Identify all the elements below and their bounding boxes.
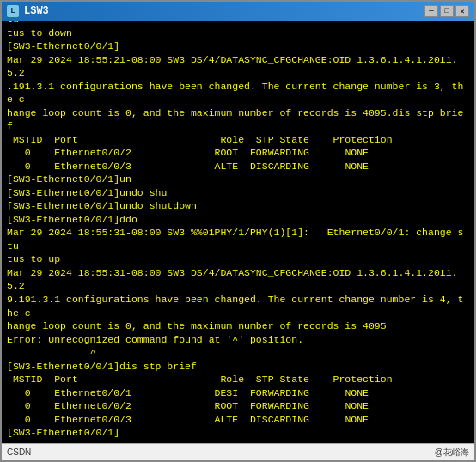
close-button[interactable]: ✕: [455, 5, 469, 17]
minimize-button[interactable]: —: [424, 5, 438, 17]
terminal-line: .191.3.1 configurations have been change…: [7, 80, 469, 106]
terminal-line: 0 Ethernet0/0/3 ALTE DISCARDING NONE: [7, 413, 469, 427]
title-bar-left: L LSW3: [7, 5, 49, 17]
terminal-line: Error: Unrecognized command found at '^'…: [7, 333, 469, 347]
terminal-line: MSTID Port Role STP State Protection: [7, 373, 469, 386]
title-bar: L LSW3 — □ ✕: [2, 2, 474, 21]
terminal-line: [SW3-Ethernet0/0/1]un: [7, 173, 469, 186]
terminal-line: ^: [7, 346, 469, 360]
terminal-line: [SW3-Ethernet0/0/1]: [7, 40, 469, 53]
app-icon: L: [7, 5, 19, 17]
terminal-line: [SW3-Ethernet0/0/1]ddo: [7, 213, 469, 227]
terminal-line: Mar 29 2024 18:55:31-08:00 SW3 DS/4/DATA…: [7, 266, 469, 293]
terminal-line: MSTID Port Role STP State Protection: [7, 133, 469, 147]
window-title: LSW3: [24, 5, 49, 17]
terminal-line: 0 Ethernet0/0/2 ROOT FORWARDING NONE: [7, 146, 469, 160]
terminal-line: Mar 29 2024 18:55:18-08:00 SW3 %%01PHY/1…: [7, 21, 469, 27]
terminal-line: tus to up: [7, 252, 469, 266]
terminal-line: 0 Ethernet0/0/3 ALTE DISCARDING NONE: [7, 160, 469, 173]
terminal-line: 0 Ethernet0/0/2 ROOT FORWARDING NONE: [7, 399, 469, 413]
terminal-line: hange loop count is 0, and the maximum n…: [7, 319, 469, 333]
terminal-line: 0 Ethernet0/0/1 DESI FORWARDING NONE: [7, 386, 469, 400]
terminal-line: [SW3-Ethernet0/0/1]: [7, 426, 469, 440]
footer-bar: CSDN @花峪海: [2, 443, 474, 460]
terminal-line: [SW3-Ethernet0/0/1]dis stp brief: [7, 360, 469, 374]
terminal-line: tus to down: [7, 27, 469, 40]
terminal-line: hange loop count is 0, and the maximum n…: [7, 106, 469, 133]
maximize-button[interactable]: □: [440, 5, 454, 17]
main-window: L LSW3 — □ ✕ Info: Interface Ethernet0/0…: [0, 0, 476, 462]
terminal-line: [SW3-Ethernet0/0/1]undo shutdown: [7, 199, 469, 213]
terminal-output[interactable]: Info: Interface Ethernet0/0/1 is not shu…: [2, 21, 474, 443]
terminal-line: [SW3-Ethernet0/0/1]undo shu: [7, 186, 469, 200]
terminal-line: Mar 29 2024 18:55:21-08:00 SW3 DS/4/DATA…: [7, 53, 469, 80]
terminal-line: 9.191.3.1 configurations have been chang…: [7, 293, 469, 319]
terminal-line: Mar 29 2024 18:55:31-08:00 SW3 %%01PHY/1…: [7, 226, 469, 252]
footer-right: @花峪海: [435, 447, 469, 459]
footer-left: CSDN: [7, 447, 31, 457]
title-controls: — □ ✕: [424, 5, 469, 17]
